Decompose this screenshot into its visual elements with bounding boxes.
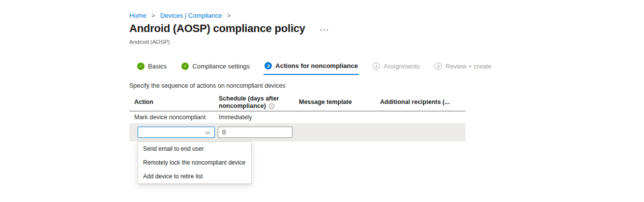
tab-label: Compliance settings [192,63,250,70]
page: Home > Devices | Compliance > Android (A… [0,0,644,202]
tab-label: Assignments [383,63,420,70]
chevron-down-icon [205,130,210,135]
column-header-message-template: Message template [299,99,380,106]
breadcrumb-devices-compliance-link[interactable]: Devices | Compliance [160,12,222,19]
breadcrumb: Home > Devices | Compliance > [129,12,234,19]
breadcrumb-separator: > [227,12,231,19]
tab-compliance-settings[interactable]: ✓ Compliance settings [180,61,251,75]
tab-basics[interactable]: ✓ Basics [136,61,168,75]
table-header-row: Action Schedule (days after noncomplianc… [129,94,466,111]
info-icon[interactable]: i [269,103,274,109]
column-header-action: Action [129,99,219,106]
new-action-editor-row [129,123,466,141]
cell-schedule: Immediately [219,114,299,121]
check-icon: ✓ [137,63,145,70]
table-row: Mark device noncompliant Immediately [129,111,466,123]
action-select[interactable] [138,127,215,138]
step-number-icon: 5 [435,63,442,70]
page-subtitle: Android (AOSP) [129,39,170,45]
tab-actions-for-noncompliance[interactable]: 3 Actions for noncompliance [263,61,359,75]
check-icon: ✓ [181,63,189,70]
tab-label: Review + create [445,63,492,70]
breadcrumb-home-link[interactable]: Home [129,12,146,19]
column-header-schedule: Schedule (days after noncompliance) i [219,95,299,110]
tab-review-create[interactable]: 5 Review + create [434,61,493,75]
breadcrumb-separator: > [151,12,155,19]
actions-table: Action Schedule (days after noncomplianc… [129,94,466,141]
title-row: Android (AOSP) compliance policy ··· [129,22,329,35]
page-title: Android (AOSP) compliance policy [129,22,305,35]
schedule-days-input[interactable] [218,127,293,138]
wizard-tabs: ✓ Basics ✓ Compliance settings 3 Actions… [136,61,493,75]
dropdown-option-send-email[interactable]: Send email to end user [138,142,251,156]
step-number-icon: 4 [373,63,380,70]
dropdown-option-add-to-retire-list[interactable]: Add device to retire list [138,169,251,183]
dropdown-option-remotely-lock[interactable]: Remotely lock the noncompliant device [138,156,251,169]
tab-label: Basics [148,63,167,70]
tab-assignments[interactable]: 4 Assignments [372,61,421,75]
step-number-icon: 3 [264,62,272,69]
column-header-additional-recipients: Additional recipients (... [380,99,466,106]
cell-action: Mark device noncompliant [129,114,219,121]
tab-label: Actions for noncompliance [275,62,358,69]
more-options-icon[interactable]: ··· [320,26,330,34]
action-dropdown-panel: Send email to end user Remotely lock the… [138,141,252,184]
section-description: Specify the sequence of actions on nonco… [129,82,286,89]
